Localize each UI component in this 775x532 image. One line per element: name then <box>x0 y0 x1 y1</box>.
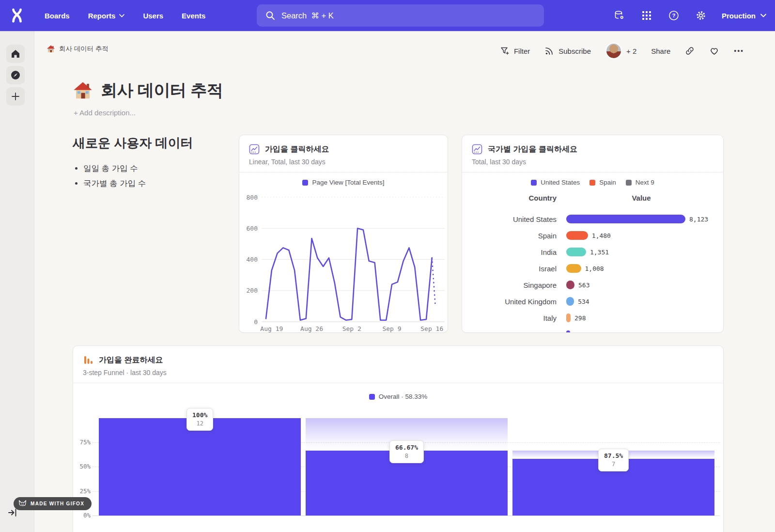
board-actions: Filter Subscribe + 2 Share <box>500 43 744 59</box>
favorite-button[interactable] <box>709 46 719 56</box>
search-icon <box>265 11 275 20</box>
country-chart-legend: United StatesSpainNext 9 <box>462 179 723 186</box>
sidebar-create-board-button[interactable] <box>6 87 25 106</box>
board-canvas: 회사 데이터 추적 Filter Subscribe + 2 <box>34 31 775 532</box>
text-widget-bullet: 일일 총 가입 수 <box>83 163 240 174</box>
expand-sidebar-icon <box>8 508 17 517</box>
legend-item[interactable]: United States <box>531 179 580 186</box>
text-widget-heading: 새로운 사용자 데이터 <box>73 135 240 152</box>
funnel-chart-card[interactable]: 가입을 완료하세요 3-step Funnel · last 30 days O… <box>73 345 724 532</box>
legend-swatch <box>531 180 537 186</box>
nav-item-boards[interactable]: Boards <box>45 12 70 20</box>
legend-item[interactable]: Spain <box>589 179 616 186</box>
funnel-conversion-pct: 66.67% <box>395 444 418 451</box>
svg-text:200: 200 <box>247 287 258 294</box>
chevron-down-icon <box>760 14 766 17</box>
legend-label: Page View [Total Events] <box>312 179 384 186</box>
filter-icon <box>500 46 510 56</box>
bar-row-value: 534 <box>578 298 589 305</box>
legend-item[interactable]: Next 9 <box>626 179 654 186</box>
ellipsis-icon: ••• <box>734 47 744 55</box>
insights-report-icon <box>249 144 260 155</box>
svg-text:Sep 16: Sep 16 <box>420 325 443 332</box>
add-description-button[interactable]: + Add description... <box>74 109 136 117</box>
sidebar-home-button[interactable] <box>6 45 25 63</box>
bar-row-bar <box>566 297 574 306</box>
country-card-header: 국가별 가입을 클릭하세요 Total, last 30 days <box>462 135 723 172</box>
search-placeholder: Search ⌘ + K <box>281 11 334 20</box>
line-card-title: 가입을 클릭하세요 <box>265 144 329 155</box>
clipped-row-fragment <box>566 330 570 333</box>
help-icon[interactable]: ? <box>667 9 680 22</box>
share-button[interactable]: Share <box>651 47 670 55</box>
text-widget[interactable]: 새로운 사용자 데이터 일일 총 가입 수 국가별 총 가입 수 <box>73 135 240 193</box>
search-input[interactable]: Search ⌘ + K <box>257 4 544 27</box>
copy-link-button[interactable] <box>685 46 695 56</box>
bar-list-row[interactable]: Israel 1,008 <box>462 261 723 277</box>
line-card-header: 가입을 클릭하세요 Linear, Total, last 30 days <box>239 135 448 172</box>
svg-text:0: 0 <box>254 318 258 326</box>
primary-nav: BoardsReportsUsersEvents <box>45 12 205 20</box>
text-widget-list: 일일 총 가입 수 국가별 총 가입 수 <box>83 163 240 189</box>
data-management-icon[interactable] <box>613 9 626 22</box>
nav-item-events[interactable]: Events <box>182 12 205 20</box>
page-title-block: 회사 데이터 추적 <box>73 79 223 102</box>
filter-button[interactable]: Filter <box>500 46 530 56</box>
nav-item-users[interactable]: Users <box>143 12 163 20</box>
bar-row-value: 8,123 <box>689 216 708 223</box>
link-icon <box>685 46 695 56</box>
home-icon <box>11 49 20 59</box>
funnel-step-count: 12 <box>192 420 207 427</box>
column-header-country: Country <box>462 194 557 202</box>
funnel-conversion-pct: 100% <box>192 411 207 419</box>
svg-text:Sep 9: Sep 9 <box>382 325 401 332</box>
bar-row-country: India <box>462 248 557 256</box>
more-menu-button[interactable]: ••• <box>734 47 744 55</box>
sidebar-discover-button[interactable] <box>6 66 25 84</box>
column-header-value: Value <box>622 194 661 202</box>
gifox-badge: MADE WITH GIFOX <box>14 497 92 510</box>
plus-icon <box>11 92 20 101</box>
funnel-step-tooltip: 87.5%7 <box>598 449 629 471</box>
avatar <box>605 43 622 59</box>
funnel-plot[interactable]: 0%25%50%75%100%1266.67%887.5%7 <box>73 346 723 532</box>
bar-row-bar <box>566 313 571 322</box>
collaborators[interactable]: + 2 <box>605 43 636 59</box>
bar-list-row[interactable]: Italy 298 <box>462 310 723 327</box>
apps-grid-icon[interactable] <box>640 9 653 22</box>
country-card-subtitle: Total, last 30 days <box>472 158 713 166</box>
line-chart-plot[interactable]: 0200400600800Aug 19Aug 26Sep 2Sep 9Sep 1… <box>239 188 448 332</box>
country-bar-card[interactable]: 국가별 가입을 클릭하세요 Total, last 30 days United… <box>462 135 724 333</box>
rss-icon <box>544 46 554 56</box>
legend-label: United States <box>541 179 580 186</box>
funnel-step-tooltip: 66.67%8 <box>389 440 424 463</box>
funnel-ytick-label: 75% <box>73 438 91 446</box>
svg-text:Aug 26: Aug 26 <box>300 325 323 332</box>
nav-item-label: Events <box>182 12 205 20</box>
bar-list-row[interactable]: Singapore 563 <box>462 277 723 294</box>
breadcrumb[interactable]: 회사 데이터 추적 <box>46 45 108 53</box>
settings-gear-icon[interactable] <box>695 9 707 22</box>
nav-item-label: Users <box>143 12 163 20</box>
mixpanel-logo[interactable] <box>0 8 34 23</box>
gifox-label: MADE WITH GIFOX <box>31 501 84 506</box>
bar-list-row[interactable]: Spain 1,480 <box>462 228 723 244</box>
bar-list-row[interactable]: India 1,351 <box>462 244 723 261</box>
svg-text:800: 800 <box>247 194 258 201</box>
header-right-controls: ? Prouction <box>613 0 766 31</box>
nav-item-label: Reports <box>88 12 116 20</box>
subscribe-label: Subscribe <box>558 47 591 55</box>
bar-row-value: 298 <box>574 314 586 322</box>
sidebar-expand-button[interactable] <box>8 508 17 519</box>
line-chart-card[interactable]: 가입을 클릭하세요 Linear, Total, last 30 days Pa… <box>239 135 448 333</box>
nav-item-reports[interactable]: Reports <box>88 12 125 20</box>
bar-list-row[interactable]: United Kingdom 534 <box>462 294 723 310</box>
funnel-conversion-pct: 87.5% <box>604 452 623 459</box>
bar-row-country: Israel <box>462 265 557 273</box>
page-title[interactable]: 회사 데이터 추적 <box>101 79 223 102</box>
subscribe-button[interactable]: Subscribe <box>544 46 591 56</box>
project-switcher[interactable]: Prouction <box>722 12 766 20</box>
svg-text:600: 600 <box>247 225 258 232</box>
bar-list-row[interactable]: United States 8,123 <box>462 211 723 228</box>
funnel-bar-step-1[interactable] <box>99 418 301 516</box>
